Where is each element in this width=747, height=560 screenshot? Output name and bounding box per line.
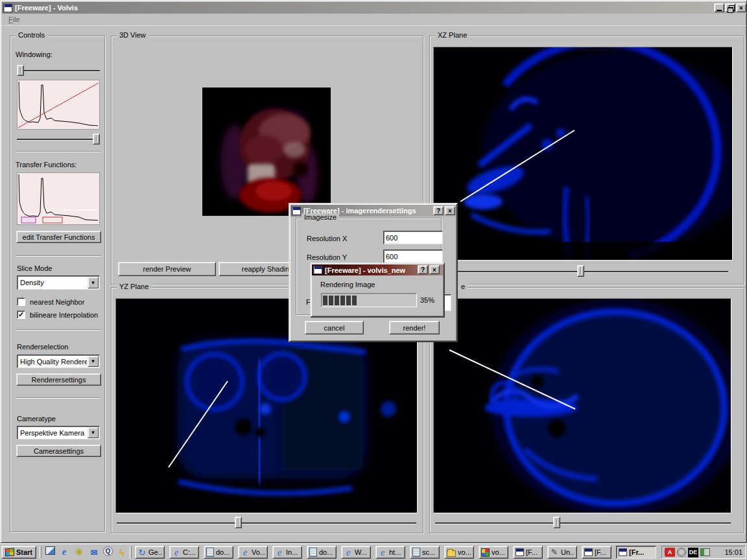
taskbar-task[interactable]: sc... [410,546,440,559]
task-label: do... [216,548,230,556]
xy-slider-thumb[interactable] [553,517,560,528]
taskbar-task[interactable]: ✎Un... [547,546,577,559]
render-preview-button[interactable]: render Preview [118,262,216,276]
ie-icon: e [172,548,181,557]
taskbar-task[interactable]: [Fr... [616,546,656,559]
xz-slider-thumb[interactable] [577,265,584,277]
resolution-y-label: Resolution Y [307,253,347,261]
close-button[interactable]: × [429,265,440,274]
resolution-y-input[interactable] [383,250,443,263]
minimize-button[interactable] [714,3,724,12]
task-label: [F... [595,548,606,556]
task-label: [F... [526,548,538,556]
edit-transfer-functions-button[interactable]: edit Transfer Functions [16,231,101,243]
resolution-x-label: Resolution X [307,235,347,242]
windowing-label: Windowing: [16,51,53,58]
yz-slider-thumb[interactable] [235,517,242,528]
help-button[interactable]: ? [418,265,428,274]
app-icon [3,4,12,12]
keyboard-layout-indicator[interactable]: DE [688,548,698,557]
mail-icon[interactable]: ✉ [88,546,100,558]
edit-icon: ✎ [550,548,559,557]
taskbar-task[interactable]: [F... [513,546,543,559]
menu-file[interactable]: File [5,14,24,25]
taskbar-task[interactable]: eC:... [169,546,199,559]
window-icon [619,548,627,556]
taskbar-task[interactable]: vo... [444,546,474,559]
xy-plane-group: e [429,287,744,533]
menubar: File [2,14,746,26]
ati-tray-icon[interactable]: A [665,548,675,557]
bilinear-interpolation-label: bilineare Interpolation [30,311,98,319]
chevron-down-icon[interactable]: ▼ [88,356,99,367]
renderselection-combo[interactable]: High Quality Renderer ▼ [17,355,100,368]
chevron-down-icon[interactable]: ▼ [88,427,99,438]
taskbar-task[interactable]: eVo... [238,546,268,559]
task-label: In... [286,548,298,556]
cancel-label: cancel [324,324,345,332]
cancel-button[interactable]: cancel [305,321,364,334]
device-tray-icon[interactable] [677,548,686,557]
taskbar-task[interactable]: eht... [375,546,405,559]
slice-mode-label: Slice Mode [17,264,52,272]
q-icon[interactable]: Q [103,546,113,556]
folder-icon [447,550,456,557]
taskbar-task[interactable]: eIn... [272,546,302,559]
render-preview-label: render Preview [143,265,191,273]
camerasettings-button[interactable]: Camerasettings [16,445,101,457]
chevron-down-icon[interactable]: ▼ [88,277,99,288]
taskbar-grip[interactable] [40,546,42,558]
render-button[interactable]: render! [389,321,440,334]
task-label: W... [355,548,367,556]
windowing-slider-bottom-track[interactable] [17,139,100,140]
view3d-group-label: 3D View [117,31,148,39]
close-button[interactable]: × [445,206,455,215]
minimize-icon [717,10,722,11]
yz-slider-track[interactable] [117,522,416,524]
start-button[interactable]: Start [1,546,36,559]
star-icon[interactable]: ✳ [73,546,85,558]
main-titlebar[interactable]: [Freeware] - Volvis [2,2,746,14]
windowing-slider-top-track[interactable] [17,70,100,71]
windowing-slider-bottom-thumb[interactable] [93,134,100,145]
ie-icon[interactable]: e [58,546,70,558]
progress-block [346,296,351,305]
taskbar-grip[interactable] [130,546,132,558]
controls-group-label: Controls [16,31,47,39]
progress-block [352,296,357,305]
separator [16,397,101,399]
taskbar-task[interactable]: [F... [582,546,611,559]
resolution-x-input[interactable] [383,231,443,244]
nearest-neighbor-checkbox[interactable] [17,298,25,306]
system-tray: A DE 15:01 [661,546,746,559]
remove-hardware-icon[interactable] [700,548,710,556]
taskbar-task[interactable]: eW... [341,546,371,559]
xz-slice-image[interactable] [433,47,733,261]
skull-3d-render[interactable] [202,88,331,216]
xz-plane-label: XZ Plane [435,31,469,39]
xy-plane-label: e [458,283,468,290]
taskbar-task[interactable]: do... [204,546,233,559]
windowing-slider-top-thumb[interactable] [17,65,24,76]
colorful-icon [481,548,490,557]
close-button[interactable]: × [736,3,746,12]
restore-button[interactable] [725,3,735,12]
progress-block [329,296,333,305]
controls-group: Controls Windowing: Transfer Functions: [10,36,105,532]
xy-slider-track[interactable] [435,522,731,524]
screen: [Freeware] - Volvis × File Controls Wind… [0,0,747,560]
xy-slice-image[interactable] [433,298,731,513]
taskbar-task[interactable]: do... [307,546,337,559]
transfer-histogram [17,172,100,225]
taskbar-task[interactable]: vo... [479,546,508,559]
taskbar-task[interactable]: ↻Ge... [135,546,165,559]
bilinear-interpolation-checkbox[interactable]: ✓ [17,310,25,319]
desktop-icon[interactable] [45,546,55,555]
task-label: do... [319,548,333,556]
help-button[interactable]: ? [433,206,444,215]
lightning-icon[interactable]: ϟ [116,546,128,558]
slice-mode-combo[interactable]: Density ▼ [17,275,100,290]
taskbar: Start e✳✉Qϟ ↻Ge...eC:...do...eVo...eIn..… [0,543,747,560]
renderersettings-button[interactable]: Renderersettings [16,373,101,386]
cameratype-combo[interactable]: Perspektive Kamera ▼ [17,426,100,439]
